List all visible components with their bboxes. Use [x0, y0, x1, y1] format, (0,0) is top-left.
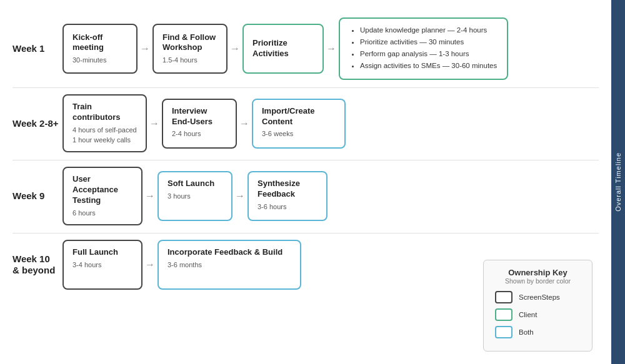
full-launch-sub: 3-4 hours [72, 260, 132, 270]
arrow1: → [138, 43, 152, 54]
prioritize-title: Prioritize Activities [252, 38, 314, 59]
arrow2: → [228, 43, 242, 54]
train-sub: 4 hours of self-paced 1 hour weekly call… [72, 125, 137, 145]
key-title: Ownership Key [495, 268, 581, 277]
interview-title: Interview End-Users [172, 106, 227, 127]
screensteps-label: ScreenSteps [519, 293, 560, 301]
client-swatch [495, 308, 512, 321]
bullet-1: Update knowledge planner — 2-4 hours [360, 25, 497, 35]
arrow6: → [142, 190, 158, 202]
week10-label: Week 10 & beyond [12, 253, 62, 276]
arrow8: → [142, 259, 158, 270]
uat-sub: 6 hours [72, 209, 132, 218]
import-box: Import/Create Content 3-6 weeks [252, 99, 346, 149]
import-sub: 3-6 weeks [262, 129, 336, 139]
synthesize-title: Synthesize Feedback [258, 179, 318, 200]
week9-label: Week 9 [12, 190, 62, 202]
week1-label: Week 1 [12, 43, 62, 54]
both-swatch [495, 326, 512, 338]
key-subtitle: Shown by border color [495, 277, 581, 285]
uat-title: User Acceptance Testing [72, 174, 132, 206]
week9-row: Week 9 User Acceptance Testing 6 hours →… [12, 167, 599, 225]
sidebar-label: Overall Timeline [614, 152, 622, 212]
soft-launch-sub: 3 hours [168, 192, 222, 201]
kickoff-box: Kick-off meeting 30-minutes [62, 24, 138, 74]
arrow7: → [232, 190, 248, 202]
screensteps-swatch [495, 291, 512, 303]
soft-launch-box: Soft Launch 3 hours [158, 171, 232, 221]
find-follow-title: Find & Follow Workshop [162, 32, 218, 54]
key-both: Both [495, 326, 581, 338]
incorporate-title: Incorporate Feedback & Build [168, 247, 291, 258]
incorporate-box: Incorporate Feedback & Build 3-6 months [158, 240, 301, 290]
bullet-list: Update knowledge planner — 2-4 hours Pri… [350, 25, 497, 71]
train-title: Train contributors [72, 102, 137, 123]
find-follow-sub: 1.5-4 hours [162, 56, 218, 65]
soft-launch-title: Soft Launch [168, 179, 222, 189]
main-content: Week 1 Kick-off meeting 30-minutes → Fin… [0, 0, 611, 364]
sidebar: Overall Timeline [611, 0, 625, 364]
key-client: Client [495, 308, 581, 321]
arrow3: → [324, 43, 339, 54]
kickoff-title: Kick-off meeting [72, 32, 128, 54]
arrow5: → [237, 118, 252, 129]
import-title: Import/Create Content [262, 106, 336, 127]
week1-row: Week 1 Kick-off meeting 30-minutes → Fin… [12, 17, 599, 80]
incorporate-sub: 3-6 months [168, 260, 291, 270]
arrow4: → [147, 118, 162, 129]
ownership-key: Ownership Key Shown by border color Scre… [483, 260, 592, 352]
week2-row: Week 2-8+ Train contributors 4 hours of … [12, 94, 599, 152]
bullet-4: Assign activities to SMEs — 30-60 minute… [360, 61, 497, 71]
train-box: Train contributors 4 hours of self-paced… [62, 94, 147, 152]
interview-box: Interview End-Users 2-4 hours [162, 99, 237, 149]
synthesize-sub: 3-6 hours [258, 202, 318, 212]
interview-sub: 2-4 hours [172, 129, 227, 139]
bullet-3: Perform gap analysis — 1-3 hours [360, 49, 497, 59]
synthesize-box: Synthesize Feedback 3-6 hours [248, 171, 328, 221]
bullet-box: Update knowledge planner — 2-4 hours Pri… [339, 17, 508, 80]
key-screensteps: ScreenSteps [495, 291, 581, 303]
bullet-2: Prioritize activities — 30 minutes [360, 37, 497, 47]
prioritize-box: Prioritize Activities [242, 24, 324, 74]
both-label: Both [519, 328, 534, 336]
find-follow-box: Find & Follow Workshop 1.5-4 hours [152, 24, 228, 74]
uat-box: User Acceptance Testing 6 hours [62, 167, 142, 225]
client-label: Client [519, 311, 537, 318]
full-launch-box: Full Launch 3-4 hours [62, 240, 142, 290]
week2-label: Week 2-8+ [12, 118, 62, 129]
kickoff-sub: 30-minutes [72, 56, 128, 65]
full-launch-title: Full Launch [72, 247, 132, 258]
